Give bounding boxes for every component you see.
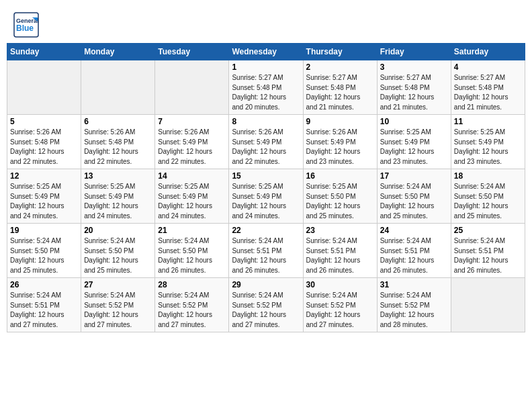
day-info: Sunrise: 5:26 AMSunset: 5:48 PMDaylight:…: [10, 128, 78, 167]
day-number: 14: [158, 171, 226, 181]
day-number: 9: [306, 117, 374, 126]
calendar-week-row: 26Sunrise: 5:24 AMSunset: 5:51 PMDayligh…: [7, 278, 525, 332]
day-info: Sunrise: 5:25 AMSunset: 5:50 PMDaylight:…: [306, 182, 374, 221]
calendar-day-cell: [451, 278, 525, 332]
day-number: 23: [306, 226, 374, 235]
day-info: Sunrise: 5:26 AMSunset: 5:48 PMDaylight:…: [84, 128, 152, 167]
day-number: 24: [380, 226, 448, 235]
day-info: Sunrise: 5:24 AMSunset: 5:51 PMDaylight:…: [10, 291, 78, 330]
calendar-day-cell: [155, 60, 229, 115]
day-number: 31: [380, 280, 448, 289]
calendar-day-cell: 2Sunrise: 5:27 AMSunset: 5:48 PMDaylight…: [303, 60, 377, 115]
day-info: Sunrise: 5:25 AMSunset: 5:49 PMDaylight:…: [380, 128, 448, 167]
calendar-day-cell: 15Sunrise: 5:25 AMSunset: 5:49 PMDayligh…: [229, 169, 303, 224]
day-info: Sunrise: 5:24 AMSunset: 5:52 PMDaylight:…: [158, 291, 226, 330]
day-number: 20: [84, 226, 152, 235]
calendar-day-cell: 23Sunrise: 5:24 AMSunset: 5:51 PMDayligh…: [303, 224, 377, 278]
calendar-day-cell: 20Sunrise: 5:24 AMSunset: 5:50 PMDayligh…: [81, 224, 155, 278]
calendar-day-cell: 17Sunrise: 5:24 AMSunset: 5:50 PMDayligh…: [377, 169, 451, 224]
logo-icon: General Blue: [13, 12, 39, 38]
day-number: 29: [232, 280, 300, 289]
day-number: 1: [232, 62, 300, 72]
calendar-day-cell: 13Sunrise: 5:25 AMSunset: 5:49 PMDayligh…: [81, 169, 155, 224]
calendar-day-cell: 30Sunrise: 5:24 AMSunset: 5:52 PMDayligh…: [303, 278, 377, 332]
day-number: 28: [158, 280, 226, 289]
day-info: Sunrise: 5:26 AMSunset: 5:49 PMDaylight:…: [158, 128, 226, 167]
day-number: 3: [380, 62, 448, 72]
calendar-day-cell: 25Sunrise: 5:24 AMSunset: 5:51 PMDayligh…: [451, 224, 525, 278]
day-info: Sunrise: 5:24 AMSunset: 5:50 PMDaylight:…: [10, 236, 78, 275]
day-number: 17: [380, 171, 448, 181]
day-number: 19: [10, 226, 78, 235]
day-info: Sunrise: 5:24 AMSunset: 5:50 PMDaylight:…: [158, 236, 226, 275]
calendar-day-cell: 9Sunrise: 5:26 AMSunset: 5:49 PMDaylight…: [303, 115, 377, 169]
calendar-header-row: SundayMondayTuesdayWednesdayThursdayFrid…: [7, 44, 525, 60]
day-number: 18: [454, 171, 522, 181]
calendar-week-row: 1Sunrise: 5:27 AMSunset: 5:48 PMDaylight…: [7, 60, 525, 115]
day-info: Sunrise: 5:27 AMSunset: 5:48 PMDaylight:…: [306, 73, 374, 112]
day-number: 15: [232, 171, 300, 181]
day-info: Sunrise: 5:24 AMSunset: 5:50 PMDaylight:…: [84, 236, 152, 275]
day-info: Sunrise: 5:24 AMSunset: 5:52 PMDaylight:…: [380, 291, 448, 330]
calendar-day-cell: 1Sunrise: 5:27 AMSunset: 5:48 PMDaylight…: [229, 60, 303, 115]
day-info: Sunrise: 5:24 AMSunset: 5:51 PMDaylight:…: [306, 236, 374, 275]
day-number: 7: [158, 117, 226, 126]
logo: General Blue: [13, 12, 42, 38]
day-number: 22: [232, 226, 300, 235]
day-number: 2: [306, 62, 374, 72]
day-of-week-header: Friday: [377, 44, 451, 60]
calendar-day-cell: 29Sunrise: 5:24 AMSunset: 5:52 PMDayligh…: [229, 278, 303, 332]
day-info: Sunrise: 5:24 AMSunset: 5:51 PMDaylight:…: [232, 236, 300, 275]
day-info: Sunrise: 5:24 AMSunset: 5:52 PMDaylight:…: [84, 291, 152, 330]
calendar-day-cell: 31Sunrise: 5:24 AMSunset: 5:52 PMDayligh…: [377, 278, 451, 332]
day-number: 4: [454, 62, 522, 72]
calendar-day-cell: [81, 60, 155, 115]
day-info: Sunrise: 5:27 AMSunset: 5:48 PMDaylight:…: [232, 73, 300, 112]
day-number: 13: [84, 171, 152, 181]
day-info: Sunrise: 5:24 AMSunset: 5:51 PMDaylight:…: [380, 236, 448, 275]
calendar-week-row: 12Sunrise: 5:25 AMSunset: 5:49 PMDayligh…: [7, 169, 525, 224]
day-info: Sunrise: 5:24 AMSunset: 5:50 PMDaylight:…: [454, 182, 522, 221]
day-number: 26: [10, 280, 78, 289]
calendar-day-cell: 21Sunrise: 5:24 AMSunset: 5:50 PMDayligh…: [155, 224, 229, 278]
day-number: 11: [454, 117, 522, 126]
day-info: Sunrise: 5:27 AMSunset: 5:48 PMDaylight:…: [380, 73, 448, 112]
calendar-day-cell: 18Sunrise: 5:24 AMSunset: 5:50 PMDayligh…: [451, 169, 525, 224]
day-of-week-header: Thursday: [303, 44, 377, 60]
day-number: 25: [454, 226, 522, 235]
calendar-day-cell: 24Sunrise: 5:24 AMSunset: 5:51 PMDayligh…: [377, 224, 451, 278]
day-number: 8: [232, 117, 300, 126]
day-info: Sunrise: 5:25 AMSunset: 5:49 PMDaylight:…: [454, 128, 522, 167]
calendar-day-cell: 26Sunrise: 5:24 AMSunset: 5:51 PMDayligh…: [7, 278, 81, 332]
calendar-day-cell: 28Sunrise: 5:24 AMSunset: 5:52 PMDayligh…: [155, 278, 229, 332]
day-number: 16: [306, 171, 374, 181]
day-info: Sunrise: 5:26 AMSunset: 5:49 PMDaylight:…: [232, 128, 300, 167]
day-info: Sunrise: 5:24 AMSunset: 5:51 PMDaylight:…: [454, 236, 522, 275]
day-of-week-header: Tuesday: [155, 44, 229, 60]
calendar-day-cell: 12Sunrise: 5:25 AMSunset: 5:49 PMDayligh…: [7, 169, 81, 224]
day-info: Sunrise: 5:25 AMSunset: 5:49 PMDaylight:…: [158, 182, 226, 221]
day-info: Sunrise: 5:24 AMSunset: 5:52 PMDaylight:…: [232, 291, 300, 330]
day-number: 30: [306, 280, 374, 289]
day-info: Sunrise: 5:25 AMSunset: 5:49 PMDaylight:…: [84, 182, 152, 221]
day-of-week-header: Wednesday: [229, 44, 303, 60]
calendar-week-row: 19Sunrise: 5:24 AMSunset: 5:50 PMDayligh…: [7, 224, 525, 278]
svg-text:Blue: Blue: [16, 24, 34, 33]
calendar-day-cell: 16Sunrise: 5:25 AMSunset: 5:50 PMDayligh…: [303, 169, 377, 224]
day-number: 27: [84, 280, 152, 289]
day-info: Sunrise: 5:24 AMSunset: 5:50 PMDaylight:…: [380, 182, 448, 221]
calendar-day-cell: 5Sunrise: 5:26 AMSunset: 5:48 PMDaylight…: [7, 115, 81, 169]
calendar-day-cell: 3Sunrise: 5:27 AMSunset: 5:48 PMDaylight…: [377, 60, 451, 115]
calendar-day-cell: 10Sunrise: 5:25 AMSunset: 5:49 PMDayligh…: [377, 115, 451, 169]
calendar-day-cell: 27Sunrise: 5:24 AMSunset: 5:52 PMDayligh…: [81, 278, 155, 332]
day-of-week-header: Sunday: [7, 44, 81, 60]
calendar-day-cell: 4Sunrise: 5:27 AMSunset: 5:48 PMDaylight…: [451, 60, 525, 115]
calendar-day-cell: 22Sunrise: 5:24 AMSunset: 5:51 PMDayligh…: [229, 224, 303, 278]
calendar-day-cell: 14Sunrise: 5:25 AMSunset: 5:49 PMDayligh…: [155, 169, 229, 224]
day-of-week-header: Saturday: [451, 44, 525, 60]
day-info: Sunrise: 5:24 AMSunset: 5:52 PMDaylight:…: [306, 291, 374, 330]
day-number: 10: [380, 117, 448, 126]
calendar: SundayMondayTuesdayWednesdayThursdayFrid…: [7, 43, 525, 332]
page-header: General Blue: [7, 7, 525, 40]
day-number: 5: [10, 117, 78, 126]
